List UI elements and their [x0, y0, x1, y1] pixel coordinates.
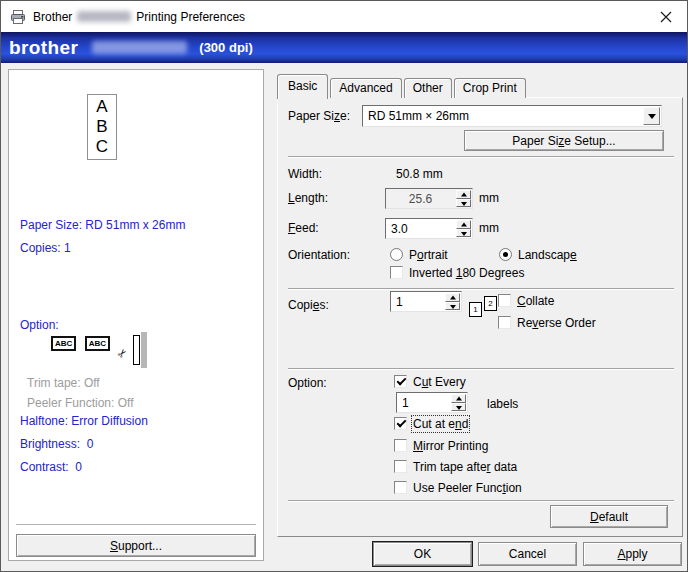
cut-at-end-checkbox[interactable] [394, 417, 407, 430]
label-chip-icon: ABC [85, 336, 110, 351]
printer-icon [10, 9, 26, 25]
tape-end-icon [133, 332, 147, 368]
paper-size-label: Paper Size: [288, 109, 350, 123]
spin-down-button[interactable] [445, 302, 460, 311]
length-value: 25.6 [386, 192, 455, 206]
printing-preferences-dialog: Brother Printing Preferences brother (30… [0, 0, 688, 572]
tab-strip: Basic Advanced Other Crop Print [277, 75, 528, 98]
cancel-button[interactable]: Cancel [478, 542, 577, 566]
label-preview: A B C [87, 94, 117, 160]
collate-pages-icon: 2 1 [469, 296, 497, 319]
summary-trim-tape: Trim tape: Off [27, 376, 100, 390]
page-2-icon: 2 [484, 296, 497, 311]
combo-dropdown-button[interactable] [643, 107, 660, 125]
peeler-function-label[interactable]: Use Peeler Function [413, 481, 522, 495]
orientation-label: Orientation: [288, 248, 350, 262]
summary-brightness: Brightness: 0 [20, 437, 93, 451]
feed-unit: mm [479, 221, 499, 235]
spin-down-button[interactable] [451, 403, 466, 412]
feed-label: Feed: [288, 221, 319, 235]
basic-tab-page: Paper Size: RD 51mm × 26mm Paper Size Se… [277, 97, 683, 537]
support-button[interactable]: Support... [16, 534, 256, 557]
collate-checkbox[interactable] [498, 294, 511, 307]
dpi-label: (300 dpi) [199, 40, 252, 55]
window-title-suffix: Printing Preferences [136, 10, 245, 24]
width-label: Width: [288, 167, 322, 181]
separator [288, 156, 674, 158]
feed-value: 3.0 [391, 222, 408, 236]
inverted-180-label[interactable]: Inverted 180 Degrees [409, 266, 524, 280]
default-button[interactable]: Default [550, 505, 668, 528]
preview-letter: B [88, 117, 116, 137]
close-icon [660, 11, 672, 23]
tape-shadow [141, 332, 147, 368]
page-1-icon: 1 [469, 302, 482, 317]
close-button[interactable] [657, 8, 675, 26]
spin-down-button[interactable] [456, 229, 471, 238]
window-title-prefix: Brother [33, 10, 72, 24]
brother-logo: brother [9, 37, 78, 59]
tab-crop-print[interactable]: Crop Print [454, 78, 526, 98]
cut-every-checkbox[interactable] [394, 375, 407, 388]
tab-other[interactable]: Other [404, 78, 452, 98]
option-label: Option: [288, 376, 327, 390]
length-label: Length: [288, 191, 328, 205]
spin-down-button[interactable] [456, 199, 471, 208]
cut-every-label[interactable]: Cut Every [413, 375, 466, 389]
width-value: 50.8 mm [396, 167, 443, 181]
separator [288, 368, 674, 370]
reverse-order-label[interactable]: Reverse Order [517, 316, 596, 330]
spin-up-button[interactable] [451, 394, 466, 403]
portrait-radio-label[interactable]: Portrait [409, 248, 448, 262]
scissors-icon: ✂ [115, 346, 131, 361]
tab-basic[interactable]: Basic [277, 74, 328, 99]
mirror-printing-checkbox[interactable] [394, 439, 407, 452]
print-preview-panel: A B C Paper Size: RD 51mm x 26mm Copies:… [8, 69, 264, 561]
brand-banner: brother (300 dpi) [1, 32, 687, 63]
summary-contrast: Contrast: 0 [20, 460, 82, 474]
chevron-down-icon [648, 114, 656, 123]
copies-value: 1 [396, 295, 403, 309]
separator [288, 500, 674, 502]
trim-tape-checkbox[interactable] [394, 460, 407, 473]
inverted-180-checkbox[interactable] [390, 266, 403, 279]
apply-button[interactable]: Apply [583, 542, 682, 566]
cut-every-stepper[interactable]: 1 [396, 392, 468, 413]
summary-copies: Copies: 1 [20, 241, 71, 255]
landscape-radio-label[interactable]: Landscape [518, 248, 577, 262]
title-bar: Brother Printing Preferences [1, 1, 687, 32]
summary-paper-size: Paper Size: RD 51mm x 26mm [20, 218, 185, 232]
spin-up-button[interactable] [456, 190, 471, 199]
copies-label: Copies: [288, 298, 329, 312]
preview-letter: A [88, 97, 116, 117]
length-stepper[interactable]: 25.6 [385, 188, 473, 209]
tab-advanced[interactable]: Advanced [330, 78, 401, 98]
window-title: Brother Printing Preferences [33, 10, 245, 24]
cut-every-unit-label: labels [487, 397, 518, 411]
copies-stepper[interactable]: 1 [390, 291, 462, 312]
summary-option-heading: Option: [20, 318, 59, 332]
redacted-model-name-banner [92, 41, 187, 54]
cut-at-end-label[interactable]: Cut at end [413, 417, 468, 431]
landscape-radio[interactable] [499, 248, 512, 261]
cut-option-illustration: ABC ABC ✂ [51, 336, 147, 376]
paper-size-select[interactable]: RD 51mm × 26mm [362, 105, 662, 127]
summary-halftone: Halftone: Error Diffusion [20, 414, 148, 428]
peeler-function-checkbox[interactable] [394, 481, 407, 494]
trim-tape-label[interactable]: Trim tape after data [413, 460, 517, 474]
paper-size-setup-button[interactable]: Paper Size Setup... [464, 130, 664, 151]
spin-up-button[interactable] [445, 293, 460, 302]
mirror-printing-label[interactable]: Mirror Printing [413, 439, 488, 453]
summary-peeler: Peeler Function: Off [27, 396, 134, 410]
collate-label[interactable]: Collate [517, 294, 554, 308]
feed-stepper[interactable]: 3.0 [385, 218, 473, 239]
cut-every-value: 1 [402, 396, 409, 410]
spin-up-button[interactable] [456, 220, 471, 229]
reverse-order-checkbox[interactable] [498, 316, 511, 329]
tape-piece [133, 335, 140, 365]
portrait-radio[interactable] [390, 248, 403, 261]
separator [288, 288, 674, 290]
preview-letter: C [88, 137, 116, 157]
ok-button[interactable]: OK [373, 542, 472, 566]
redacted-model-name [77, 11, 131, 22]
